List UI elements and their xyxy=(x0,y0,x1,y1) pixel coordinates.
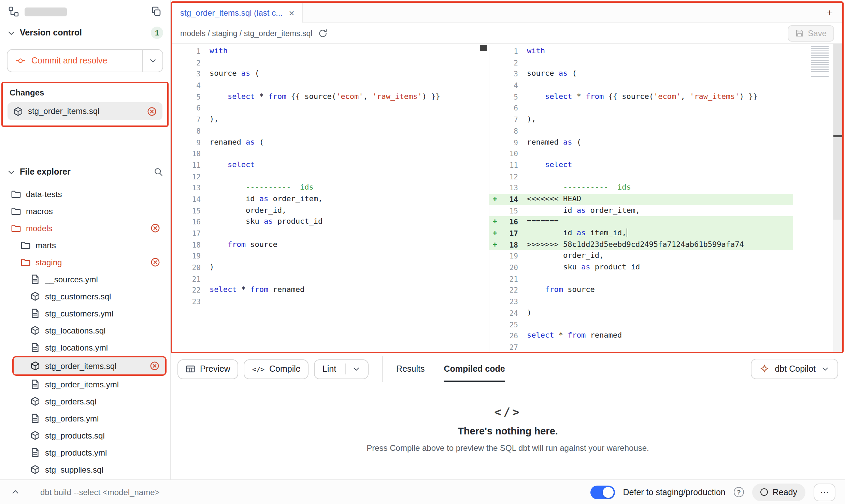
file-item-stg_orders.yml[interactable]: stg_orders.yml xyxy=(0,410,170,427)
file-explorer-header[interactable]: File explorer xyxy=(0,162,170,181)
code-line: 15 order_id, xyxy=(172,205,479,216)
line-number: 6 xyxy=(183,103,201,114)
code-line: 25 xyxy=(489,319,793,330)
diff-added-marker: + xyxy=(489,217,500,228)
chevron-down-icon[interactable] xyxy=(352,365,360,373)
gutter xyxy=(489,251,500,262)
gutter xyxy=(489,296,500,307)
copy-icon[interactable] xyxy=(151,6,162,17)
changed-file-item[interactable]: stg_order_items.sql xyxy=(8,102,162,120)
code-text: ) xyxy=(518,308,531,319)
code-line: 11 select xyxy=(172,160,479,171)
lint-button[interactable]: Lint xyxy=(314,359,368,379)
refresh-icon[interactable] xyxy=(318,28,327,38)
code-text xyxy=(201,251,210,262)
code-text: ), xyxy=(518,114,536,125)
discard-change-icon[interactable] xyxy=(147,106,157,116)
line-number: 13 xyxy=(183,182,201,194)
line-number: 18 xyxy=(500,239,518,250)
file-tree: data-testsmacrosmodelsmartsstaging__sour… xyxy=(0,186,170,478)
text-cursor xyxy=(626,228,627,237)
code-line: +14<<<<<<< HEAD xyxy=(489,194,793,205)
ready-status-badge[interactable]: Ready xyxy=(752,483,805,501)
file-item-stg_customers.sql[interactable]: stg_customers.sql xyxy=(0,288,170,305)
code-text xyxy=(201,103,210,114)
scrollbar-thumb[interactable] xyxy=(480,45,487,51)
code-line: 1with xyxy=(489,46,793,57)
discard-change-icon[interactable] xyxy=(150,257,160,267)
gutter xyxy=(489,205,500,216)
file-item-__sources.yml[interactable]: __sources.yml xyxy=(0,271,170,288)
file-icon xyxy=(30,447,40,458)
status-right: Defer to staging/production ? Ready ⋯ xyxy=(590,483,835,501)
code-text xyxy=(518,342,527,352)
changes-title: Changes xyxy=(10,88,162,98)
search-icon[interactable] xyxy=(154,167,163,177)
commit-and-resolve-button[interactable]: Commit and resolve xyxy=(7,49,163,72)
editor-pane-right[interactable]: 1with23source as (45 select * from {{ so… xyxy=(489,44,842,352)
file-item-stg_order_items.sql[interactable]: stg_order_items.sql xyxy=(14,357,165,374)
dbt-copilot-button[interactable]: dbt Copilot xyxy=(751,359,838,379)
discard-change-icon[interactable] xyxy=(150,223,160,233)
file-item-staging[interactable]: staging xyxy=(0,254,170,271)
save-button[interactable]: Save xyxy=(787,25,834,41)
file-item-stg_supplies.sql[interactable]: stg_supplies.sql xyxy=(0,461,170,478)
gutter xyxy=(489,262,500,273)
version-control-header[interactable]: Version control 1 xyxy=(0,23,170,42)
file-item-label: stg_locations.sql xyxy=(45,326,105,335)
file-item-stg_orders.sql[interactable]: stg_orders.sql xyxy=(0,393,170,410)
code-line: +16======= xyxy=(489,217,793,228)
line-number: 16 xyxy=(183,217,201,228)
tab-compiled-code[interactable]: Compiled code xyxy=(444,356,505,382)
gutter xyxy=(489,160,500,171)
file-item-stg_products.sql[interactable]: stg_products.sql xyxy=(0,427,170,444)
code-icon: </> xyxy=(252,365,264,373)
file-item-stg_products.yml[interactable]: stg_products.yml xyxy=(0,444,170,461)
discard-change-icon[interactable] xyxy=(149,361,160,371)
preview-button[interactable]: Preview xyxy=(177,359,239,379)
editor-pane-left[interactable]: 1with23source as (45 select * from {{ so… xyxy=(172,44,489,352)
defer-toggle[interactable] xyxy=(590,485,615,499)
compile-button[interactable]: </> Compile xyxy=(244,359,309,379)
file-item-models[interactable]: models xyxy=(0,220,170,237)
file-item-data-tests[interactable]: data-tests xyxy=(0,186,170,203)
file-item-stg_order_items.yml[interactable]: stg_order_items.yml xyxy=(0,376,170,393)
tab-results[interactable]: Results xyxy=(396,356,425,382)
line-number: 4 xyxy=(183,80,201,91)
close-icon[interactable]: × xyxy=(289,8,294,17)
commit-options-button[interactable] xyxy=(142,50,162,72)
folder-icon xyxy=(11,189,21,199)
file-item-stg_locations.yml[interactable]: stg_locations.yml xyxy=(0,339,170,356)
help-icon[interactable]: ? xyxy=(734,487,744,497)
save-button-label: Save xyxy=(808,28,827,38)
scrollbar[interactable] xyxy=(833,44,842,352)
scrollbar-thumb[interactable] xyxy=(833,44,842,220)
line-number: 24 xyxy=(500,308,518,319)
line-number: 5 xyxy=(183,91,201,103)
commit-button-label: Commit and resolve xyxy=(31,56,107,65)
model-icon xyxy=(30,430,40,441)
folder-icon xyxy=(11,206,21,216)
file-item-stg_customers.yml[interactable]: stg_customers.yml xyxy=(0,305,170,322)
version-control-title: Version control xyxy=(20,28,82,38)
empty-state: </> There's nothing here. Press Compile … xyxy=(171,382,845,479)
tab-stg-order-items-sql[interactable]: stg_order_items.sql (last c... × xyxy=(172,3,303,23)
file-item-macros[interactable]: macros xyxy=(0,203,170,220)
expand-console-icon[interactable] xyxy=(11,488,20,496)
file-item-label: stg_locations.yml xyxy=(45,343,108,352)
compile-button-label: Compile xyxy=(269,364,301,374)
workspace-icon[interactable] xyxy=(8,6,19,17)
file-item-label: data-tests xyxy=(26,189,62,199)
main-area: stg_order_items.sql (last c... × + model… xyxy=(171,0,845,479)
new-tab-button[interactable]: + xyxy=(817,3,842,23)
result-tabs: ResultsCompiled code xyxy=(396,356,505,382)
model-icon xyxy=(30,396,40,406)
line-number: 22 xyxy=(183,285,201,296)
code-text: select xyxy=(201,160,255,171)
command-text[interactable]: dbt build --select <model_name> xyxy=(40,487,160,497)
code-line: 21 xyxy=(489,273,793,285)
more-options-button[interactable]: ⋯ xyxy=(814,483,835,501)
file-item-stg_locations.sql[interactable]: stg_locations.sql xyxy=(0,322,170,339)
file-item-marts[interactable]: marts xyxy=(0,237,170,254)
line-number: 23 xyxy=(500,296,518,307)
